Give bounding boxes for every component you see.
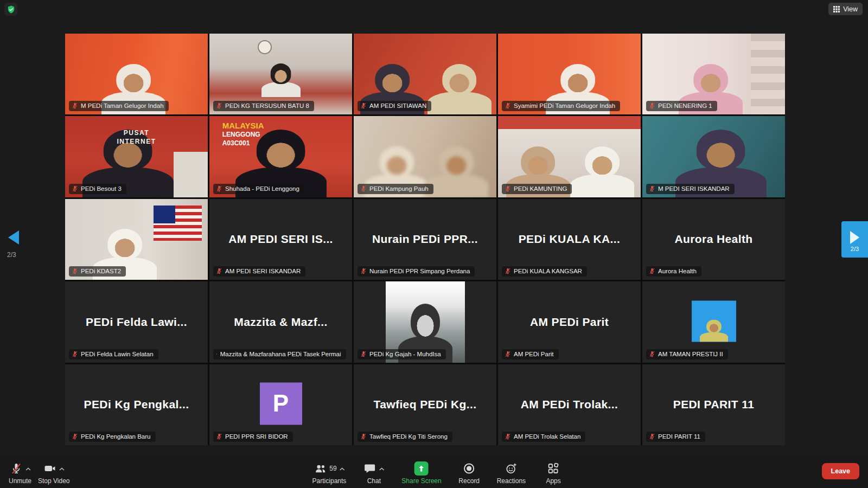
muted-mic-icon: [72, 102, 78, 109]
avatar-image: [692, 300, 736, 342]
muted-mic-icon: [649, 185, 655, 192]
person-silhouette: [427, 65, 492, 114]
unmute-label: Unmute: [9, 477, 31, 485]
participant-tile[interactable]: PUSATINTERNETPEDi Besout 3: [65, 116, 208, 197]
participant-name-label: M PEDi Taman Gelugor Indah: [81, 102, 164, 109]
stop-video-label: Stop Video: [38, 477, 70, 485]
participant-name-label: PEDi KDAST2: [81, 268, 121, 274]
participant-name-label: PEDi Felda Lawin Selatan: [81, 351, 154, 357]
participants-label: Participants: [312, 477, 347, 485]
person-silhouette: [261, 65, 301, 97]
muted-mic-icon: [360, 433, 367, 440]
participant-name-label: Tawfieq PEDi Kg Titi Serong: [369, 433, 448, 440]
participant-name-label: AM PEDi Trolak Selatan: [514, 433, 580, 440]
participant-tile[interactable]: PPEDI PPR SRI BIDOR: [209, 364, 352, 445]
muted-mic-icon: [72, 351, 78, 357]
participant-name-badge: PEDi KDAST2: [69, 266, 126, 277]
participant-tile[interactable]: Mazzita & Mazf...Mazzita & Mazfarahana P…: [209, 281, 352, 362]
participant-name-label: PEDi Kg Pengkalan Baru: [81, 433, 151, 440]
participant-tile[interactable]: M PEDI SERI ISKANDAR: [642, 116, 785, 197]
participant-tile[interactable]: Nurain PEDi PPR...Nurain PEDi PPR Simpan…: [354, 199, 496, 280]
share-screen-label: Share Screen: [401, 477, 441, 485]
participant-tile[interactable]: M PEDi Taman Gelugor Indah: [65, 34, 208, 114]
participants-options-caret[interactable]: [340, 466, 345, 471]
participant-tile[interactable]: PEDi KUALA KA...PEDi KUALA KANGSAR: [498, 199, 641, 280]
participant-name-badge: PEDi KG TERSUSUN BATU 8: [213, 101, 314, 111]
meeting-toolbar: Unmute Stop Video: [0, 454, 868, 488]
participant-tile[interactable]: PEDi KDAST2: [65, 199, 208, 280]
stop-video-button[interactable]: Stop Video: [38, 461, 70, 485]
chevron-right-icon: [850, 231, 859, 244]
person-silhouette: [700, 320, 728, 342]
participant-tile[interactable]: Aurora HealthAurora Health: [642, 199, 785, 280]
video-options-caret[interactable]: [59, 466, 65, 471]
participant-name-badge: Aurora Health: [646, 266, 701, 277]
muted-mic-icon: [649, 268, 655, 274]
chat-button[interactable]: Chat: [361, 461, 386, 485]
muted-mic-icon: [649, 351, 655, 357]
participant-tile[interactable]: PEDi KAMUNTING: [498, 116, 641, 197]
participant-tile[interactable]: PEDi KG TERSUSUN BATU 8: [209, 34, 352, 114]
participant-name-label: PEDi KUALA KANGSAR: [514, 268, 582, 274]
muted-mic-icon: [72, 185, 78, 192]
muted-mic-icon: [505, 433, 511, 440]
muted-mic-icon: [649, 102, 655, 109]
participants-button[interactable]: 59 Participants: [312, 461, 347, 485]
participant-tile[interactable]: AM PEDI SITIAWAN: [354, 34, 496, 114]
shield-check-icon: [7, 5, 16, 14]
participant-tile[interactable]: AM PEDi Trolak...AM PEDi Trolak Selatan: [498, 364, 641, 445]
muted-mic-icon: [216, 433, 222, 440]
share-screen-icon: [414, 461, 429, 476]
participant-name-label: AM PEDi Parit: [514, 351, 554, 357]
participant-name-label: PEDI PPR SRI BIDOR: [225, 433, 288, 440]
apps-button[interactable]: Apps: [541, 461, 566, 485]
share-screen-button[interactable]: Share Screen: [401, 461, 441, 485]
participant-tile[interactable]: PEDi Kampung Pauh: [354, 116, 496, 197]
participant-grid: M PEDi Taman Gelugor IndahPEDi KG TERSUS…: [65, 34, 785, 445]
participant-tile[interactable]: Tawfieq PEDi Kg...Tawfieq PEDi Kg Titi S…: [354, 364, 496, 445]
participant-name-badge: PEDI PPR SRI BIDOR: [213, 432, 293, 442]
muted-mic-icon: [505, 102, 511, 109]
participant-name-badge: PEDi Besout 3: [69, 184, 126, 194]
participant-tile[interactable]: AM PEDi ParitAM PEDi Parit: [498, 281, 641, 362]
participant-tile[interactable]: PEDi Kg Pengkal...PEDi Kg Pengkalan Baru: [65, 364, 208, 445]
participant-name-label: Aurora Health: [658, 268, 697, 274]
mic-options-caret[interactable]: [25, 466, 31, 471]
participant-name-label: AM PEDI SITIAWAN: [369, 102, 426, 109]
prev-page-button[interactable]: 2/3: [7, 230, 29, 259]
participant-tile[interactable]: AM TAMAN PRESTIJ II: [642, 281, 785, 362]
in-video-text: PUSATINTERNET: [117, 129, 156, 146]
participant-name-badge: Syamimi PEDi Taman Gelugor Indah: [502, 101, 620, 111]
participant-name-badge: Tawfieq PEDi Kg Titi Serong: [358, 432, 452, 442]
participant-name-label: Nurain PEDi PPR Simpang Perdana: [369, 268, 470, 274]
participant-tile[interactable]: PEDi Kg Gajah - MuhdIsa: [354, 281, 496, 362]
unmute-button[interactable]: Unmute: [8, 461, 33, 485]
view-button[interactable]: View: [828, 3, 863, 15]
chevron-left-icon: [8, 230, 19, 245]
muted-mic-icon: [505, 268, 511, 274]
participant-tile[interactable]: AM PEDI SERI IS...AM PEDI SERI ISKANDAR: [209, 199, 352, 280]
next-page-button[interactable]: 2/3: [841, 221, 868, 258]
participant-name-badge: PEDi Kampung Pauh: [358, 184, 433, 194]
leave-button[interactable]: Leave: [822, 463, 859, 479]
participant-name-badge: PEDi KUALA KANGSAR: [502, 266, 587, 277]
participant-name-badge: PEDi KAMUNTING: [502, 184, 572, 194]
participant-tile[interactable]: PEDI PARIT 11PEDI PARIT 11: [642, 364, 785, 445]
muted-mic-icon: [360, 185, 367, 192]
participant-tile[interactable]: PEDi NENERING 1: [642, 34, 785, 114]
person-silhouette: [570, 147, 634, 197]
in-video-text: MALAYSIALENGGONGA03C001: [222, 120, 264, 148]
participant-tile[interactable]: MALAYSIALENGGONGA03C001Shuhada - PEDi Le…: [209, 116, 352, 197]
record-button[interactable]: Record: [457, 461, 482, 485]
participant-tile[interactable]: Syamimi PEDi Taman Gelugor Indah: [498, 34, 641, 114]
reactions-smiley-icon: [505, 462, 518, 475]
participant-name-badge: M PEDi Taman Gelugor Indah: [69, 101, 169, 111]
security-shield-button[interactable]: [4, 3, 17, 16]
gallery-grid-icon: [833, 6, 840, 12]
chat-options-caret[interactable]: [379, 466, 385, 471]
participant-tile[interactable]: PEDi Felda Lawi...PEDi Felda Lawin Selat…: [65, 281, 208, 362]
view-label: View: [843, 5, 858, 13]
mic-muted-icon: [10, 462, 23, 475]
muted-mic-icon: [505, 185, 511, 192]
reactions-button[interactable]: Reactions: [497, 461, 526, 485]
